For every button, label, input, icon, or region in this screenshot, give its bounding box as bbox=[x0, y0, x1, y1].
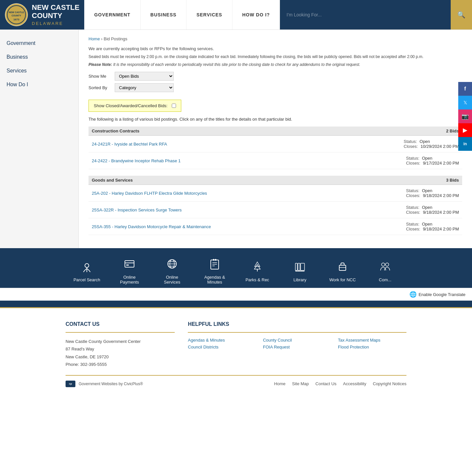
bid-item: 25SA-322R - Inspection Services Surge To… bbox=[88, 202, 462, 218]
footer-link-agendas[interactable]: Agendas & Minutes bbox=[193, 255, 236, 288]
bid-link[interactable]: 25SA-355 - Harley Davidson Motorcycle Re… bbox=[92, 224, 211, 229]
sidebar-item-business[interactable]: Business bbox=[0, 50, 78, 64]
library-label: Library bbox=[293, 277, 306, 282]
svg-point-28 bbox=[382, 263, 385, 266]
nav-government[interactable]: GOVERNMENT bbox=[84, 0, 140, 30]
closed-bids-checkbox[interactable] bbox=[172, 104, 176, 108]
breadcrumb-current: Bid Postings bbox=[104, 36, 127, 41]
footer-contact: CONTACT US New Castle County Government … bbox=[66, 321, 175, 368]
facebook-button[interactable]: f bbox=[458, 82, 472, 96]
footer-link-online-services[interactable]: Online Services bbox=[151, 255, 193, 288]
link-council-districts[interactable]: Council Districts bbox=[188, 345, 256, 349]
svg-rect-15 bbox=[211, 260, 219, 269]
civicplus-text: Government Websites by CivicPlus® bbox=[79, 382, 143, 386]
parcel-search-icon bbox=[81, 261, 93, 275]
status-label: Status: bbox=[404, 139, 417, 144]
nav-business[interactable]: BUSINESS bbox=[141, 0, 187, 30]
nav-how-do-i[interactable]: HOW DO I? bbox=[232, 0, 280, 30]
bid-link[interactable]: 24-2422 - Brandywine Inceptor Rehab Phas… bbox=[92, 158, 181, 163]
twitter-icon: 𝕏 bbox=[463, 100, 467, 105]
search-button[interactable]: 🔍 bbox=[451, 0, 472, 30]
link-tax-assessment[interactable]: Tax Assessment Maps bbox=[338, 338, 406, 343]
youtube-button[interactable]: ▶ bbox=[458, 123, 472, 137]
twitter-button[interactable]: 𝕏 bbox=[458, 96, 472, 109]
closed-bids-box: Show Closed/Awarded/Cancelled Bids: bbox=[88, 100, 181, 112]
footer-link-library[interactable]: Library bbox=[279, 257, 321, 286]
translate-label[interactable]: Enable Google Translate bbox=[419, 292, 465, 297]
status-value: Open bbox=[422, 205, 432, 210]
parks-label: Parks & Rec bbox=[246, 277, 269, 282]
intro-line1: We are currently accepting bids or RFPs … bbox=[88, 46, 462, 51]
bid-category-construction: Construction Contracts 2 Bids bbox=[88, 127, 462, 136]
linkedin-button[interactable]: in bbox=[458, 137, 472, 151]
bid-link[interactable]: 25SA-322R - Inspection Services Surge To… bbox=[92, 208, 182, 212]
community-icon bbox=[379, 261, 391, 275]
svg-text:1673: 1673 bbox=[13, 18, 19, 21]
nav-services[interactable]: SERVICES bbox=[187, 0, 232, 30]
main-content: Home › Bid Postings We are currently acc… bbox=[79, 30, 472, 248]
bid-section-goods: Goods and Services 3 Bids 25A-202 - Harl… bbox=[88, 176, 462, 235]
footer-nav-accessibility[interactable]: Accessibility bbox=[343, 381, 366, 386]
search-area: 🔍 bbox=[280, 0, 472, 30]
bid-item: 25A-202 - Harley Davidson FLHTP Electra … bbox=[88, 185, 462, 202]
please-note: Please Note: It is the responsibility of… bbox=[88, 62, 462, 67]
status-label: Status: bbox=[406, 188, 419, 193]
footer-nav-sitemap[interactable]: Site Map bbox=[292, 381, 309, 386]
closes-label: Closes: bbox=[404, 144, 418, 149]
online-payments-icon bbox=[124, 258, 135, 272]
bid-link[interactable]: 24-2421R - Ivyside at Bechtel Park RFA bbox=[92, 142, 167, 147]
civicplus-credit: cp Government Websites by CivicPlus® bbox=[66, 381, 143, 387]
helpful-links-grid: Agendas & Minutes County Council Tax Ass… bbox=[188, 338, 406, 349]
closes-label: Closes: bbox=[406, 161, 420, 166]
show-me-select[interactable]: Open Bids Closed Bids All Bids bbox=[115, 72, 174, 81]
footer-link-parcel-search[interactable]: Parcel Search bbox=[66, 257, 108, 286]
online-payments-label: Online Payments bbox=[115, 275, 144, 285]
bid-category-goods: Goods and Services 3 Bids bbox=[88, 176, 462, 185]
logo-area: NEW CASTLE COUNTY 1673 NEW CASTLE COUNTY… bbox=[0, 0, 84, 30]
contact-city: New Castle, DE 19720 bbox=[66, 353, 175, 361]
category-name-goods: Goods and Services bbox=[92, 178, 133, 183]
site-header: NEW CASTLE COUNTY 1673 NEW CASTLE COUNTY… bbox=[0, 0, 472, 30]
sidebar-item-services[interactable]: Services bbox=[0, 64, 78, 78]
footer-nav-copyright[interactable]: Copyright Notices bbox=[373, 381, 406, 386]
footer-link-online-payments[interactable]: Online Payments bbox=[108, 255, 151, 288]
translate-bar: 🌐 Enable Google Translate bbox=[0, 288, 472, 301]
contact-divider bbox=[66, 332, 175, 333]
bid-link[interactable]: 25A-202 - Harley Davidson FLHTP Electra … bbox=[92, 191, 207, 196]
status-value: Open bbox=[420, 139, 430, 144]
search-icon: 🔍 bbox=[457, 11, 465, 18]
sidebar-item-government[interactable]: Government bbox=[0, 36, 78, 50]
breadcrumb-home[interactable]: Home bbox=[88, 36, 100, 41]
closes-value: 9/18/2024 2:00 PM bbox=[423, 193, 459, 198]
online-services-label: Online Services bbox=[157, 275, 187, 285]
closes-value: 9/18/2024 2:00 PM bbox=[423, 227, 459, 231]
footer-columns: CONTACT US New Castle County Government … bbox=[66, 321, 406, 368]
status-label: Status: bbox=[406, 222, 419, 227]
breadcrumb-separator: › bbox=[101, 36, 102, 41]
link-county-council[interactable]: County Council bbox=[263, 338, 331, 343]
status-label: Status: bbox=[406, 205, 419, 210]
sorted-by-select[interactable]: Category Date Title bbox=[115, 83, 174, 92]
footer-link-work[interactable]: Work for NCC bbox=[321, 257, 364, 286]
youtube-icon: ▶ bbox=[463, 127, 467, 134]
agendas-label: Agendas & Minutes bbox=[200, 275, 229, 285]
sidebar-item-how-do-i[interactable]: How Do I bbox=[0, 78, 78, 91]
social-sidebar: f 𝕏 📷 ▶ in bbox=[458, 82, 472, 151]
parks-icon bbox=[251, 261, 263, 275]
footer-nav-home[interactable]: Home bbox=[274, 381, 285, 386]
footer-link-parks[interactable]: Parks & Rec bbox=[236, 257, 279, 286]
footer-link-community[interactable]: Com... bbox=[364, 257, 406, 286]
link-agendas-minutes[interactable]: Agendas & Minutes bbox=[188, 338, 256, 343]
footer-nav-contact[interactable]: Contact Us bbox=[315, 381, 336, 386]
main-nav: GOVERNMENT BUSINESS SERVICES HOW DO I? 🔍 bbox=[84, 0, 472, 30]
work-label: Work for NCC bbox=[329, 277, 356, 282]
search-input[interactable] bbox=[280, 12, 451, 17]
bid-title: 24-2422 - Brandywine Inceptor Rehab Phas… bbox=[92, 158, 181, 163]
svg-rect-9 bbox=[126, 265, 129, 266]
logo-text: NEW CASTLE COUNTY DELAWARE bbox=[32, 4, 79, 26]
link-flood-protection[interactable]: Flood Protection bbox=[338, 345, 406, 349]
footer-links-inner: Parcel Search Online Payments bbox=[66, 255, 406, 288]
helpful-links-heading: HELPFUL LINKS bbox=[188, 321, 406, 327]
instagram-button[interactable]: 📷 bbox=[458, 109, 472, 123]
link-foia[interactable]: FOIA Request bbox=[263, 345, 331, 349]
